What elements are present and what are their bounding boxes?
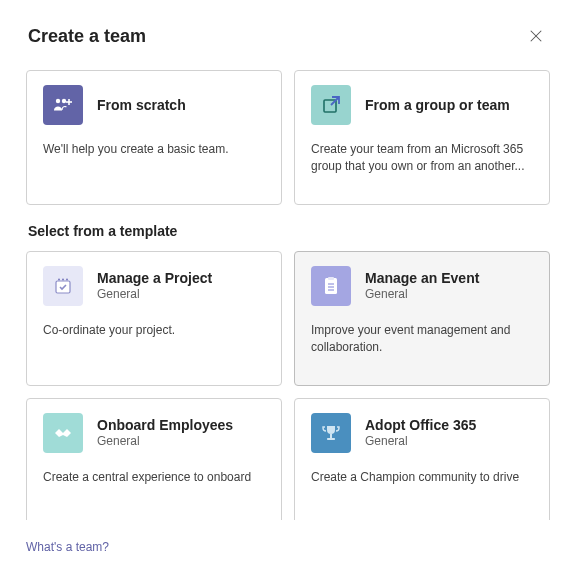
card-header: Onboard Employees General: [43, 413, 265, 453]
card-titles: Adopt Office 365 General: [365, 416, 476, 450]
svg-rect-16: [330, 434, 332, 438]
handshake-icon: [43, 413, 83, 453]
card-title: From a group or team: [365, 96, 510, 114]
card-titles: From a group or team: [365, 96, 510, 114]
card-title: Manage a Project: [97, 269, 212, 287]
card-header: Manage an Event General: [311, 266, 533, 306]
option-from-group[interactable]: From a group or team Create your team fr…: [294, 70, 550, 205]
templates-heading: Select from a template: [28, 223, 550, 239]
template-manage-event[interactable]: Manage an Event General Improve your eve…: [294, 251, 550, 386]
card-subtitle: General: [365, 434, 476, 450]
card-description: Create a Champion community to drive: [311, 469, 533, 486]
dialog-header: Create a team: [0, 0, 576, 60]
svg-point-2: [56, 99, 60, 103]
card-subtitle: General: [365, 287, 479, 303]
dialog-footer: What's a team?: [0, 522, 576, 569]
card-subtitle: General: [97, 434, 233, 450]
calendar-check-icon: [43, 266, 83, 306]
share-square-icon: [311, 85, 351, 125]
card-description: We'll help you create a basic team.: [43, 141, 265, 158]
card-titles: Onboard Employees General: [97, 416, 233, 450]
template-onboard-employees[interactable]: Onboard Employees General Create a centr…: [26, 398, 282, 520]
template-manage-project[interactable]: Manage a Project General Co-ordinate you…: [26, 251, 282, 386]
svg-rect-17: [327, 438, 335, 440]
card-description: Co-ordinate your project.: [43, 322, 265, 339]
card-description: Create your team from an Microsoft 365 g…: [311, 141, 533, 175]
card-subtitle: General: [97, 287, 212, 303]
close-icon: [529, 29, 543, 43]
dialog-title: Create a team: [28, 26, 146, 47]
people-plus-icon: [43, 85, 83, 125]
svg-rect-12: [328, 277, 334, 280]
card-title: From scratch: [97, 96, 186, 114]
svg-rect-11: [325, 278, 337, 294]
card-titles: Manage an Event General: [365, 269, 479, 303]
card-description: Improve your event management and collab…: [311, 322, 533, 356]
card-title: Manage an Event: [365, 269, 479, 287]
card-header: Manage a Project General: [43, 266, 265, 306]
svg-point-9: [62, 279, 64, 281]
card-header: From a group or team: [311, 85, 533, 125]
svg-point-3: [62, 99, 66, 103]
template-adopt-office365[interactable]: Adopt Office 365 General Create a Champi…: [294, 398, 550, 520]
card-titles: From scratch: [97, 96, 186, 114]
card-titles: Manage a Project General: [97, 269, 212, 303]
card-description: Create a central experience to onboard: [43, 469, 265, 486]
svg-point-10: [66, 279, 68, 281]
card-header: Adopt Office 365 General: [311, 413, 533, 453]
card-title: Adopt Office 365: [365, 416, 476, 434]
card-header: From scratch: [43, 85, 265, 125]
dialog-content: From scratch We'll help you create a bas…: [0, 60, 576, 520]
templates-grid: Manage a Project General Co-ordinate you…: [26, 251, 550, 520]
trophy-icon: [311, 413, 351, 453]
option-from-scratch[interactable]: From scratch We'll help you create a bas…: [26, 70, 282, 205]
card-title: Onboard Employees: [97, 416, 233, 434]
close-button[interactable]: [522, 22, 550, 50]
svg-point-8: [58, 279, 60, 281]
primary-options-grid: From scratch We'll help you create a bas…: [26, 70, 550, 205]
checklist-icon: [311, 266, 351, 306]
whats-a-team-link[interactable]: What's a team?: [26, 540, 109, 554]
